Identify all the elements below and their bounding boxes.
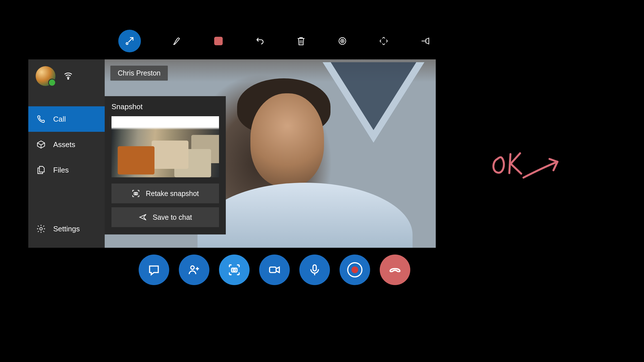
svg-rect-12 [313,265,316,271]
record-button[interactable] [340,255,370,285]
sidebar-item-label: Settings [53,225,80,233]
undo-icon [255,36,265,46]
camera-frame-icon [132,189,140,198]
presence-badge [48,79,56,87]
people-add-icon [188,263,201,276]
nav: Call Assets Files [28,106,105,183]
hangup-icon [388,263,402,276]
camera-button[interactable] [259,255,290,285]
camera-frame-icon [228,263,241,276]
mic-icon [308,263,321,276]
snapshot-popover: Snapshot Retake snapshot Save to chat [105,96,226,234]
pin-button[interactable] [420,36,430,46]
move-arrows-icon [379,36,389,46]
gear-icon [36,224,46,234]
svg-point-10 [233,269,235,271]
network-status-icon [63,71,73,81]
top-toolbar [118,30,430,52]
sidebar-item-label: Call [53,115,66,124]
snapshot-thumbnail[interactable] [111,116,219,177]
save-to-chat-button[interactable]: Save to chat [111,207,219,227]
sidebar-item-call[interactable]: Call [28,106,105,132]
collapse-toolbar-button[interactable] [118,30,141,52]
sidebar-item-files[interactable]: Files [28,157,105,183]
hangup-button[interactable] [380,255,410,285]
trash-icon [296,36,306,46]
retake-label: Retake snapshot [146,189,199,198]
pen-icon [172,36,182,46]
collapse-icon [124,36,135,46]
snapshot-title: Snapshot [111,102,219,111]
undo-button[interactable] [255,36,265,46]
move-button[interactable] [379,36,389,46]
sidebar-item-label: Assets [53,140,75,149]
ink-pen-button[interactable] [172,36,182,46]
sidebar-item-label: Files [53,166,69,174]
chat-button[interactable] [139,255,169,285]
mic-button[interactable] [299,255,330,285]
svg-point-3 [342,41,343,42]
svg-point-4 [68,78,69,79]
stop-button[interactable] [213,36,224,46]
package-icon [36,140,46,149]
phone-icon [36,114,46,124]
sidebar-item-assets[interactable]: Assets [28,132,105,157]
record-icon [347,262,362,277]
svg-point-0 [126,43,128,45]
delete-button[interactable] [296,36,306,46]
save-label: Save to chat [153,213,192,221]
send-icon [139,213,147,221]
caller-name-tag: Chris Preston [110,66,168,81]
svg-point-7 [135,193,137,194]
sidebar-header [28,59,105,93]
video-icon [268,263,281,276]
svg-point-8 [191,266,194,269]
target-button[interactable] [337,36,347,46]
svg-point-5 [40,227,42,230]
ink-annotation [487,144,566,184]
app-panel: Call Assets Files Settings [28,59,436,248]
retake-snapshot-button[interactable]: Retake snapshot [111,184,219,203]
pin-icon [420,36,430,46]
snapshot-button[interactable] [219,255,250,285]
target-icon [337,36,347,46]
avatar[interactable] [36,66,55,86]
participants-button[interactable] [179,255,209,285]
files-icon [36,165,46,175]
stop-icon [214,37,223,45]
sidebar-item-settings[interactable]: Settings [28,216,105,242]
chat-icon [147,263,160,276]
svg-rect-11 [270,267,276,272]
sidebar: Call Assets Files Settings [28,59,105,248]
call-controls [139,255,410,285]
